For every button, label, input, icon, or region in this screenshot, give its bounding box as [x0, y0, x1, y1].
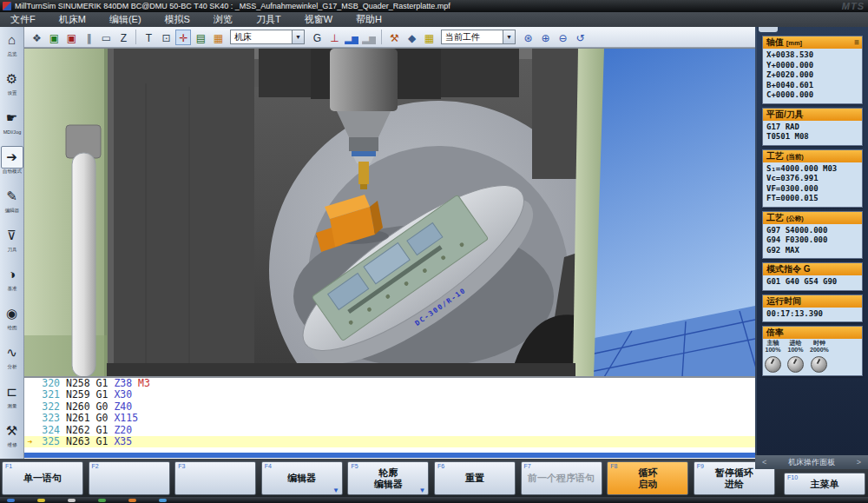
fkey-f1[interactable]: F1单一语句 — [2, 461, 83, 495]
panel-collapse-tab[interactable] — [759, 27, 778, 32]
override-knob[interactable]: 时钟2000% — [810, 340, 829, 373]
view-frame-green-icon[interactable]: ▣ — [46, 30, 62, 45]
mts-logo: MTS — [842, 1, 865, 11]
fkey-f8[interactable]: F8循环启动 — [607, 461, 688, 495]
text-annotation-icon[interactable]: T — [141, 30, 156, 45]
workpiece-select[interactable]: 当前工件▼ — [441, 30, 516, 44]
zoom-in-icon[interactable]: ⊕ — [537, 30, 553, 45]
sidebar-item-graphics-label: 绘图 — [2, 325, 23, 330]
sidebar-item-mdi-jog[interactable]: ☛MDI/Jog — [1, 107, 23, 146]
editor-line[interactable]: ➔325N263 G1 X35 — [24, 436, 755, 447]
fkey-f7[interactable]: F7前一个程序语句 — [521, 461, 602, 495]
section-menu-icon[interactable]: ≡ — [854, 36, 859, 49]
editor-line[interactable]: 320N258 G1 Z38 M3 — [24, 378, 755, 389]
zoom-out-icon[interactable]: ⊖ — [555, 30, 570, 45]
sidebar-item-service[interactable]: ⚒维修 — [1, 420, 23, 459]
knob-dial-icon[interactable] — [787, 356, 804, 373]
fkey-number: F1 — [5, 463, 12, 469]
z-level-icon[interactable]: Z — [115, 30, 131, 45]
door-pillar — [72, 153, 95, 377]
fkey-f4[interactable]: F4编辑器▼ — [261, 461, 343, 495]
tool-check-icon[interactable]: ⚒ — [386, 30, 402, 45]
axis-tripod-icon[interactable]: ⊥ — [326, 30, 342, 45]
collision-check-icon[interactable]: ▦ — [421, 30, 437, 45]
menu-item-1[interactable]: 机床M — [59, 13, 86, 26]
view-mode-select[interactable]: 机床▼ — [230, 30, 305, 44]
taskbar-icon[interactable] — [37, 499, 45, 502]
sidebar-item-setup[interactable]: ⚙设置 — [1, 68, 23, 107]
panel-left-arrow[interactable]: < — [762, 458, 766, 467]
panel-value-row: C+0000.000 — [766, 90, 858, 101]
editor-line[interactable]: 322N260 G0 Z40 — [24, 401, 755, 413]
service-icon: ⚒ — [1, 420, 23, 442]
fkey-f6[interactable]: F6重置 — [434, 461, 516, 495]
solid-view-icon[interactable]: ◆ — [404, 30, 419, 45]
window-arrow-icon[interactable]: ⊡ — [158, 30, 174, 45]
editor-line[interactable]: 324N262 G1 Z20 — [24, 425, 755, 436]
chevron-down-icon[interactable]: ▼ — [292, 30, 304, 43]
override-knob[interactable]: 主轴100% — [765, 340, 781, 373]
parallel-lines-icon[interactable]: ∥ — [81, 30, 96, 45]
sidebar-item-analysis[interactable]: ∿分析 — [1, 341, 23, 381]
sidebar-item-auto-mode[interactable]: ➔自动模式 — [1, 146, 23, 185]
taskbar-icon[interactable] — [159, 499, 167, 502]
fkey-f10[interactable]: F10主菜单 — [784, 473, 865, 495]
zoom-fit-icon[interactable]: ⊛ — [520, 30, 536, 45]
sidebar-item-zero-offset[interactable]: ◑基准 — [1, 263, 23, 302]
view-frame-red-icon[interactable]: ▣ — [63, 30, 79, 45]
sidebar-item-graphics[interactable]: ◉绘图 — [1, 302, 23, 341]
knob-label: 时钟 — [810, 340, 829, 347]
hand-icon: ☛ — [1, 107, 23, 129]
menu-item-6[interactable]: 视窗W — [305, 13, 332, 26]
chevron-down-icon[interactable]: ▼ — [503, 30, 515, 43]
menu-item-3[interactable]: 模拟S — [165, 13, 190, 26]
zoom-previous-icon[interactable]: ↺ — [572, 30, 588, 45]
menu-item-0[interactable]: 文件F — [10, 13, 36, 26]
sidebar: ⌂总览⚙设置☛MDI/Jog➔自动模式✎编辑器⊽刀具◑基准◉绘图∿分析⊏测量⚒维… — [0, 27, 24, 460]
menu-item-5[interactable]: 刀具T — [256, 13, 281, 26]
sidebar-item-measure[interactable]: ⊏测量 — [1, 381, 23, 420]
section-suffix: (当前) — [786, 153, 804, 161]
fkey-label: 编辑器 — [262, 462, 342, 494]
panel-right-arrow[interactable]: > — [857, 458, 861, 467]
taskbar-icon[interactable] — [7, 499, 15, 502]
editor-line[interactable]: 321N259 G1 X30 — [24, 389, 755, 400]
editor-line[interactable]: 323N261 G0 X115 — [24, 413, 755, 424]
code-token: N259 G1 — [66, 389, 114, 400]
fkey-f2[interactable]: F2 — [89, 461, 170, 495]
editor-selection-bar[interactable] — [24, 453, 755, 458]
taskbar-icon[interactable] — [98, 499, 106, 502]
tile-windows-icon[interactable]: ❖ — [29, 30, 44, 45]
statistics-gray-icon[interactable]: ▂▅ — [361, 30, 377, 45]
line-number: 320 — [36, 378, 60, 389]
statistics-icon[interactable]: ▂▅ — [344, 30, 359, 45]
workpiece-select-value: 当前工件 — [445, 31, 480, 43]
menu-item-4[interactable]: 浏览 — [214, 13, 233, 26]
taskbar-icon[interactable] — [68, 499, 76, 502]
override-knob[interactable]: 进给100% — [787, 340, 804, 373]
sidebar-item-overview[interactable]: ⌂总览 — [1, 29, 23, 68]
fkey-f3[interactable]: F3 — [174, 461, 256, 495]
selection-frame-icon[interactable]: ▭ — [98, 30, 114, 45]
toolbar: ❖▣▣∥▭ZT⊡✛▤▦机床▼G⊥▂▅▂▅⚒◆▦当前工件▼⊛⊕⊖↺ — [0, 27, 755, 48]
technology-current-section-header: 工艺 (当前) — [763, 150, 862, 162]
toolbox-icon[interactable]: ▦ — [210, 30, 226, 45]
sidebar-item-editor[interactable]: ✎编辑器 — [1, 185, 23, 224]
knob-dial-icon[interactable] — [811, 356, 827, 373]
menu-item-7[interactable]: 帮助H — [356, 13, 382, 26]
material-stack-icon[interactable]: ▤ — [193, 30, 208, 45]
gcode-editor[interactable]: 320N258 G1 Z38 M3321N259 G1 X30322N260 G… — [24, 376, 755, 459]
fkey-number: F4 — [265, 463, 272, 469]
axes-display-icon[interactable]: ✛ — [175, 30, 191, 45]
knob-value: 100% — [787, 347, 804, 354]
fkey-f5[interactable]: F5轮廓编辑器▼ — [347, 461, 429, 495]
title-bar: MillTurnSim SINUMERIK 840DM BC@DMU 50-BC… — [0, 0, 868, 12]
windows-taskbar[interactable] — [0, 497, 868, 503]
gcode-icon[interactable]: G — [309, 30, 325, 45]
taskbar-icon[interactable] — [128, 499, 136, 502]
fkey-label — [89, 462, 169, 494]
menu-item-2[interactable]: 编辑(E) — [109, 13, 141, 26]
machine-3d-viewport[interactable]: DC-300/R-10 — [24, 48, 755, 377]
knob-dial-icon[interactable] — [765, 356, 781, 373]
sidebar-item-tools[interactable]: ⊽刀具 — [1, 224, 23, 263]
